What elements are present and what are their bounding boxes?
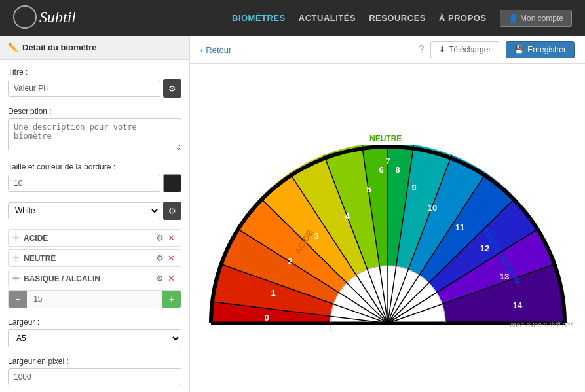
title-row: ⚙ xyxy=(8,79,181,98)
nav-biometres[interactable]: BIOMÈTRES xyxy=(232,13,286,23)
drag-handle-3[interactable]: ✛ xyxy=(12,274,20,283)
title-settings-button[interactable]: ⚙ xyxy=(163,79,181,98)
list-group: ✛ ACIDE ⚙ ✕ ✛ NEUTRE ⚙ ✕ ✛ BASIQUE / ALC… xyxy=(8,229,181,308)
border-label: Taille et couleur de la bordure : xyxy=(8,162,181,171)
color-swatch[interactable] xyxy=(163,174,181,192)
content-toolbar: ‹ Retour ? ⬇ Télécharger 💾 Enregistrer xyxy=(190,36,585,64)
item-gear-2[interactable]: ⚙ xyxy=(154,253,166,263)
largeur-pixel-input[interactable] xyxy=(8,368,181,385)
svg-text:1: 1 xyxy=(271,288,275,298)
color-select[interactable]: White xyxy=(8,202,160,219)
drag-handle-1[interactable]: ✛ xyxy=(12,233,20,243)
count-row: − 15 + xyxy=(8,290,181,308)
item-close-3[interactable]: ✕ xyxy=(166,274,177,283)
item-gear-3[interactable]: ⚙ xyxy=(154,274,166,283)
dropdown-row: White ⚙ xyxy=(8,202,181,220)
svg-text:13: 13 xyxy=(499,272,508,281)
largeur-pixel-group: Largeur en pixel : xyxy=(8,357,181,385)
svg-text:8: 8 xyxy=(395,165,400,175)
item-label-3: BASIQUE / ALCALIN xyxy=(24,274,154,283)
color-dropdown-group: White ⚙ xyxy=(8,202,181,220)
list-item: ✛ ACIDE ⚙ ✕ xyxy=(8,229,181,247)
main-layout: ✏️ Détail du biomètre Titre : ⚙ Descript… xyxy=(0,36,585,392)
svg-text:9: 9 xyxy=(411,183,416,192)
svg-text:12: 12 xyxy=(480,243,489,253)
color-settings-button[interactable]: ⚙ xyxy=(163,202,181,220)
toolbar-right: ? ⬇ Télécharger 💾 Enregistrer xyxy=(418,41,575,58)
ph-wheel: 0 1 2 3 4 5 6 7 8 9 10 11 12 13 xyxy=(198,127,578,330)
largeur-select[interactable]: A5 xyxy=(8,329,181,347)
item-label-2: NEUTRE xyxy=(24,254,154,263)
count-minus-button[interactable]: − xyxy=(9,291,27,308)
ph-wheel-svg: 0 1 2 3 4 5 6 7 8 9 10 11 12 13 xyxy=(198,127,578,330)
download-button[interactable]: ⬇ Télécharger xyxy=(430,41,499,58)
count-value: 15 xyxy=(27,291,162,307)
svg-text:NEUTRE: NEUTRE xyxy=(369,134,402,143)
svg-text:0: 0 xyxy=(264,313,269,323)
sidebar-body: Titre : ⚙ Description : Taille et couleu… xyxy=(0,60,189,392)
header: Subtil BIOMÈTRES ACTUALITÉS RESOURCES À … xyxy=(0,0,585,36)
list-item-3: ✛ BASIQUE / ALCALIN ⚙ ✕ xyxy=(8,270,181,287)
item-label-1: ACIDE xyxy=(24,234,154,243)
item-close-1[interactable]: ✕ xyxy=(166,233,177,243)
svg-text:7: 7 xyxy=(385,156,390,166)
svg-text:11: 11 xyxy=(455,223,464,232)
border-input[interactable] xyxy=(8,175,160,192)
description-group: Description : xyxy=(8,107,181,153)
description-input[interactable] xyxy=(8,118,181,151)
edit-icon: ✏️ xyxy=(8,43,18,52)
account-button[interactable]: 👤 Mon compte xyxy=(500,10,572,27)
sidebar-title: Détail du biomètre xyxy=(22,43,96,52)
svg-text:2: 2 xyxy=(288,257,292,266)
svg-text:14: 14 xyxy=(512,300,522,310)
list-item-2: ✛ NEUTRE ⚙ ✕ xyxy=(8,249,181,267)
count-plus-button[interactable]: + xyxy=(162,291,181,308)
nav-resources[interactable]: RESOURCES xyxy=(369,13,426,23)
nav-actualites[interactable]: ACTUALITÉS xyxy=(299,13,356,23)
svg-text:5: 5 xyxy=(366,185,371,194)
logo-circle xyxy=(13,5,37,29)
sidebar: ✏️ Détail du biomètre Titre : ⚙ Descript… xyxy=(0,36,190,392)
svg-text:3: 3 xyxy=(314,231,318,241)
drag-handle-2[interactable]: ✛ xyxy=(12,253,20,263)
credit-text: créé avec subtil.net xyxy=(510,321,573,329)
preview-area: 0 1 2 3 4 5 6 7 8 9 10 11 12 13 xyxy=(190,64,585,392)
content-area: ‹ Retour ? ⬇ Télécharger 💾 Enregistrer xyxy=(190,36,585,392)
border-row xyxy=(8,174,181,192)
nav-apropos[interactable]: À PROPOS xyxy=(439,13,487,23)
svg-text:6: 6 xyxy=(379,165,383,175)
largeur-label: Largeur : xyxy=(8,317,181,327)
title-group: Titre : ⚙ xyxy=(8,67,181,98)
main-nav: BIOMÈTRES ACTUALITÉS RESOURCES À PROPOS … xyxy=(232,10,572,27)
svg-text:4: 4 xyxy=(345,211,350,221)
title-input[interactable] xyxy=(8,80,160,97)
svg-text:10: 10 xyxy=(427,203,436,213)
item-close-2[interactable]: ✕ xyxy=(166,253,177,263)
title-label: Titre : xyxy=(8,67,181,77)
largeur-pixel-label: Largeur en pixel : xyxy=(8,357,181,366)
back-button[interactable]: ‹ Retour xyxy=(200,45,231,55)
save-button[interactable]: 💾 Enregistrer xyxy=(506,41,575,58)
item-gear-1[interactable]: ⚙ xyxy=(154,233,166,243)
largeur-group: Largeur : A5 xyxy=(8,317,181,347)
border-group: Taille et couleur de la bordure : xyxy=(8,162,181,192)
sidebar-header: ✏️ Détail du biomètre xyxy=(0,36,189,60)
logo: Subtil xyxy=(13,7,76,30)
description-label: Description : xyxy=(8,107,181,116)
help-icon[interactable]: ? xyxy=(418,44,424,56)
